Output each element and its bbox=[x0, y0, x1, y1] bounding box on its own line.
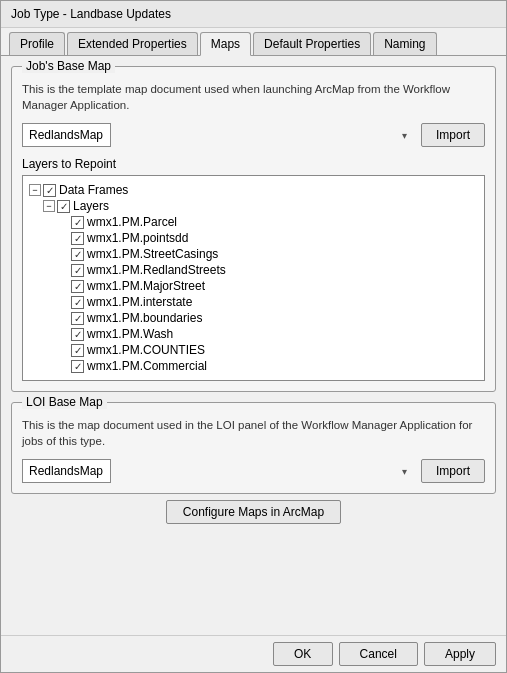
tree-item-counties[interactable]: wmx1.PM.COUNTIES bbox=[27, 342, 480, 358]
tree-item-layers[interactable]: − Layers bbox=[27, 198, 480, 214]
tree-label-interstate: wmx1.PM.interstate bbox=[87, 295, 192, 309]
checkbox-layers[interactable] bbox=[57, 200, 70, 213]
jobs-base-map-import-button[interactable]: Import bbox=[421, 123, 485, 147]
title-bar: Job Type - Landbase Updates bbox=[1, 1, 506, 28]
tab-default-properties[interactable]: Default Properties bbox=[253, 32, 371, 55]
jobs-base-map-description: This is the template map document used w… bbox=[22, 81, 485, 113]
checkbox-redlandstreets[interactable] bbox=[71, 264, 84, 277]
tree-label-redlandstreets: wmx1.PM.RedlandStreets bbox=[87, 263, 226, 277]
tab-bar: Profile Extended Properties Maps Default… bbox=[1, 28, 506, 56]
layers-section: Layers to Repoint − Data Frames − Layers bbox=[22, 157, 485, 381]
tree-item-parcel[interactable]: wmx1.PM.Parcel bbox=[27, 214, 480, 230]
loi-base-map-group: LOI Base Map This is the map document us… bbox=[11, 402, 496, 494]
tree-item-majorstreet[interactable]: wmx1.PM.MajorStreet bbox=[27, 278, 480, 294]
tree-label-majorstreet: wmx1.PM.MajorStreet bbox=[87, 279, 205, 293]
main-content: Job's Base Map This is the template map … bbox=[1, 56, 506, 635]
expand-icon-layers[interactable]: − bbox=[43, 200, 55, 212]
tree-label-wash: wmx1.PM.Wash bbox=[87, 327, 173, 341]
main-window: Job Type - Landbase Updates Profile Exte… bbox=[0, 0, 507, 673]
tree-item-redlandstreets[interactable]: wmx1.PM.RedlandStreets bbox=[27, 262, 480, 278]
tree-item-commercial[interactable]: wmx1.PM.Commercial bbox=[27, 358, 480, 374]
layers-tree: − Data Frames − Layers wmx1.PM.P bbox=[22, 175, 485, 381]
tree-item-streetcasings[interactable]: wmx1.PM.StreetCasings bbox=[27, 246, 480, 262]
loi-base-map-dropdown-wrapper: RedlandsMap bbox=[22, 459, 413, 483]
checkbox-boundaries[interactable] bbox=[71, 312, 84, 325]
loi-base-map-description: This is the map document used in the LOI… bbox=[22, 417, 485, 449]
tab-maps[interactable]: Maps bbox=[200, 32, 251, 56]
jobs-base-map-dropdown-wrapper: RedlandsMap bbox=[22, 123, 413, 147]
ok-button[interactable]: OK bbox=[273, 642, 333, 666]
checkbox-wash[interactable] bbox=[71, 328, 84, 341]
checkbox-data-frames[interactable] bbox=[43, 184, 56, 197]
tree-label-parcel: wmx1.PM.Parcel bbox=[87, 215, 177, 229]
tree-label-pointsdd: wmx1.PM.pointsdd bbox=[87, 231, 188, 245]
tree-item-boundaries[interactable]: wmx1.PM.boundaries bbox=[27, 310, 480, 326]
layers-label: Layers to Repoint bbox=[22, 157, 485, 171]
tree-label-layers: Layers bbox=[73, 199, 109, 213]
tree-label-commercial: wmx1.PM.Commercial bbox=[87, 359, 207, 373]
checkbox-interstate[interactable] bbox=[71, 296, 84, 309]
tree-label-data-frames: Data Frames bbox=[59, 183, 128, 197]
jobs-base-map-label: Job's Base Map bbox=[22, 59, 115, 73]
tree-item-interstate[interactable]: wmx1.PM.interstate bbox=[27, 294, 480, 310]
checkbox-pointsdd[interactable] bbox=[71, 232, 84, 245]
jobs-base-map-group: Job's Base Map This is the template map … bbox=[11, 66, 496, 392]
loi-base-map-import-button[interactable]: Import bbox=[421, 459, 485, 483]
configure-row: Configure Maps in ArcMap bbox=[11, 500, 496, 524]
jobs-base-map-dropdown[interactable]: RedlandsMap bbox=[22, 123, 111, 147]
tree-label-boundaries: wmx1.PM.boundaries bbox=[87, 311, 202, 325]
window-title: Job Type - Landbase Updates bbox=[11, 7, 171, 21]
expand-icon-data-frames[interactable]: − bbox=[29, 184, 41, 196]
tree-item-wash[interactable]: wmx1.PM.Wash bbox=[27, 326, 480, 342]
jobs-base-map-dropdown-row: RedlandsMap Import bbox=[22, 123, 485, 147]
checkbox-streetcasings[interactable] bbox=[71, 248, 84, 261]
tab-extended-properties[interactable]: Extended Properties bbox=[67, 32, 198, 55]
loi-base-map-label: LOI Base Map bbox=[22, 395, 107, 409]
checkbox-commercial[interactable] bbox=[71, 360, 84, 373]
checkbox-counties[interactable] bbox=[71, 344, 84, 357]
checkbox-parcel[interactable] bbox=[71, 216, 84, 229]
loi-base-map-dropdown[interactable]: RedlandsMap bbox=[22, 459, 111, 483]
tab-naming[interactable]: Naming bbox=[373, 32, 436, 55]
tree-item-pointsdd[interactable]: wmx1.PM.pointsdd bbox=[27, 230, 480, 246]
tree-item-data-frames[interactable]: − Data Frames bbox=[27, 182, 480, 198]
checkbox-majorstreet[interactable] bbox=[71, 280, 84, 293]
cancel-button[interactable]: Cancel bbox=[339, 642, 418, 666]
configure-maps-button[interactable]: Configure Maps in ArcMap bbox=[166, 500, 341, 524]
apply-button[interactable]: Apply bbox=[424, 642, 496, 666]
tree-label-streetcasings: wmx1.PM.StreetCasings bbox=[87, 247, 218, 261]
tree-label-counties: wmx1.PM.COUNTIES bbox=[87, 343, 205, 357]
tab-profile[interactable]: Profile bbox=[9, 32, 65, 55]
loi-base-map-dropdown-row: RedlandsMap Import bbox=[22, 459, 485, 483]
action-buttons-bar: OK Cancel Apply bbox=[1, 635, 506, 672]
